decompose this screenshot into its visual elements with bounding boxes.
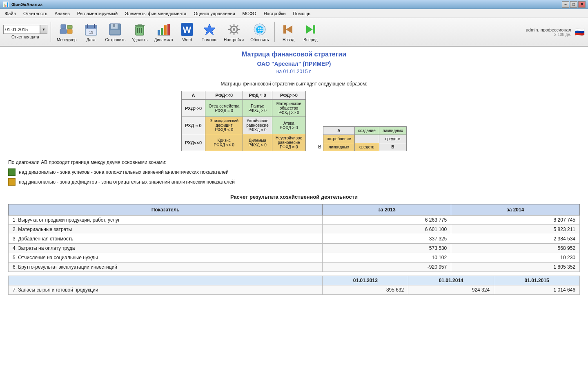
- title-bar: 📊 ФинЭкАнализ – □ ✕: [0, 0, 588, 9]
- table-row: 1. Выручка от продажи продукции, работ, …: [9, 215, 580, 225]
- svg-text:W: W: [183, 25, 192, 35]
- row-7-v1: 895 632: [323, 285, 408, 295]
- date-label: Отчетная дата: [11, 35, 39, 39]
- menu-regulated[interactable]: Регламентируемый: [74, 10, 121, 17]
- help-label: Помощь: [201, 38, 217, 42]
- row-7-v3: 1 014 646: [494, 285, 580, 295]
- matrix-2: А создание ликвидных потребление средств…: [323, 126, 407, 151]
- minimize-button[interactable]: –: [562, 1, 569, 8]
- col-header-2013: за 2013: [323, 204, 451, 215]
- main-content: Матрица финансовой стратегии ОАО "Арсена…: [0, 47, 588, 368]
- row-2-label: 2. Материальные затраты: [9, 225, 323, 234]
- manager-button[interactable]: Менеджер: [54, 21, 79, 43]
- report-title: Матрица финансовой стратегии: [8, 51, 580, 58]
- menu-analysis[interactable]: Анализ: [51, 10, 73, 17]
- date-sub-header-row: 01.01.2013 01.01.2014 01.01.2015: [9, 276, 580, 285]
- forward-button[interactable]: Вперед: [300, 21, 321, 43]
- menu-settings[interactable]: Настройки: [261, 10, 289, 17]
- table-row: 3. Добавленная стоимость -337 325 2 384 …: [9, 234, 580, 244]
- delete-button[interactable]: Удалить: [129, 21, 150, 43]
- table-row: 2. Материальные затраты 6 601 100 5 823 …: [9, 225, 580, 234]
- svg-rect-5: [85, 25, 97, 29]
- legend-green-text: над диагональю - зона успехов - зона пол…: [19, 169, 229, 175]
- menu-reports[interactable]: Отчетность: [20, 10, 51, 17]
- matrix-row-2-header: РХД ≈ 0: [181, 117, 205, 134]
- matrix-cell-2-2: УстойчивоеравновесиеРФХД ≈ 0: [243, 117, 272, 134]
- matrices-row: А РФД<<0 РФД ≈ 0 РФД>>0 РХД>>0 Отец семе…: [8, 91, 580, 151]
- date-sub-1: 01.01.2013: [323, 276, 408, 285]
- row-5-2014: 10 230: [451, 253, 580, 263]
- menu-file[interactable]: Файл: [2, 10, 19, 17]
- app-title: ФинЭкАнализ: [11, 2, 42, 7]
- data-table: Показатель за 2013 за 2014 1. Выручка от…: [8, 204, 580, 272]
- date-icon: 15: [84, 22, 98, 37]
- settings-button[interactable]: Настройки: [221, 21, 246, 43]
- save-button[interactable]: Сохранить: [103, 21, 128, 43]
- matrix-cell-3-2: ДилеммаРФХД < 0: [243, 134, 272, 151]
- refresh-label: Обновить: [250, 38, 269, 42]
- matrix-description: Матрицы финансовой стратегии выглядят сл…: [8, 81, 580, 87]
- flag-icon: 🇷🇺: [575, 27, 585, 37]
- m2-2-2: В: [379, 143, 406, 151]
- menu-help[interactable]: Помощь: [290, 10, 314, 17]
- matrix-header-rfd-zero: РФД ≈ 0: [243, 91, 272, 100]
- date-dropdown-button[interactable]: ▼: [40, 25, 47, 34]
- matrix-cell-1-3: МатеринскоеобществоРФХД >> 0: [272, 100, 305, 117]
- matrix-cell-3-1: КризисРФХД << 0: [205, 134, 243, 151]
- legend-orange-item: под диагональю - зона дефицитов - зона о…: [8, 178, 580, 186]
- legend-orange-text: под диагональю - зона дефицитов - зона о…: [19, 179, 235, 185]
- settings-label: Настройки: [224, 38, 244, 42]
- row-4-label: 4. Затраты на оплату труда: [9, 244, 323, 253]
- col-header-indicator: Показатель: [9, 204, 323, 215]
- save-icon: [108, 22, 122, 37]
- user-info: admin, профессионал 2 108 дн.: [526, 27, 571, 37]
- svg-rect-21: [164, 25, 167, 35]
- word-button[interactable]: W Word: [177, 21, 197, 43]
- matrix-header-rfd-neg: РФД<<0: [205, 91, 243, 100]
- dynamics-button[interactable]: Динамика: [151, 21, 175, 43]
- toolbar-separator-2: [274, 22, 275, 42]
- toolbar: ▼ Отчетная дата Менеджер 15 Дат: [0, 18, 588, 47]
- row-1-label: 1. Выручка от продажи продукции, работ, …: [9, 215, 323, 225]
- back-button[interactable]: Назад: [278, 21, 298, 43]
- menu-ifrs[interactable]: МСФО: [239, 10, 260, 17]
- row-6-label: 6. Брутто-результат эксплуатации инвести…: [9, 263, 323, 272]
- legend-green-color: [8, 168, 16, 176]
- svg-rect-0: [61, 25, 66, 29]
- delete-icon: [132, 22, 147, 37]
- col-header-2014: за 2014: [451, 204, 580, 215]
- data-table-extended: 01.01.2013 01.01.2014 01.01.2015 7. Запа…: [8, 276, 580, 295]
- matrix-header-a: А: [181, 91, 205, 100]
- date-group: ▼ Отчетная дата: [3, 25, 47, 39]
- m2-0-2: ликвидных: [379, 127, 406, 135]
- matrix-2-wrapper: В А создание ликвидных потребление средс…: [318, 91, 407, 151]
- date-input[interactable]: [3, 25, 40, 34]
- row-3-label: 3. Добавленная стоимость: [9, 234, 323, 244]
- table-row: 5. Отчисления на социальные нужды 10 102…: [9, 253, 580, 263]
- svg-rect-19: [158, 30, 160, 35]
- maximize-button[interactable]: □: [570, 1, 577, 8]
- row-5-label: 5. Отчисления на социальные нужды: [9, 253, 323, 263]
- date-label2: Дата: [86, 38, 95, 42]
- menu-bar: Файл Отчетность Анализ Регламентируемый …: [0, 9, 588, 18]
- close-button[interactable]: ✕: [578, 1, 586, 8]
- matrix-1: А РФД<<0 РФД ≈ 0 РФД>>0 РХД>>0 Отец семе…: [181, 91, 306, 151]
- refresh-button[interactable]: 🌐 Обновить: [248, 21, 271, 43]
- menu-evaluation[interactable]: Оценка управления: [190, 10, 238, 17]
- svg-marker-41: [306, 25, 313, 34]
- report-subtitle: ОАО "Арсенал" (ПРИМЕР): [8, 61, 580, 67]
- row-4-2013: 573 530: [323, 244, 451, 253]
- toolbar-right: admin, профессионал 2 108 дн. 🇷🇺: [526, 27, 585, 37]
- svg-rect-2: [67, 25, 72, 29]
- delete-label: Удалить: [132, 38, 147, 42]
- matrix-2-table: А создание ликвидных потребление средств…: [323, 126, 407, 151]
- table-row-7: 7. Запасы сырья и готовой продукции 895 …: [9, 285, 580, 295]
- row-7-label: 7. Запасы сырья и готовой продукции: [9, 285, 323, 295]
- help-button[interactable]: Помощь: [199, 21, 220, 43]
- dynamics-icon: [156, 22, 171, 37]
- date-sub-2: 01.01.2014: [408, 276, 494, 285]
- svg-rect-40: [283, 25, 286, 34]
- date-button[interactable]: 15 Дата: [81, 21, 101, 43]
- matrix-cell-2-1: ЭпизодическийдефицитРФХД < 0: [205, 117, 243, 134]
- menu-elements[interactable]: Элементы фин.менеджмента: [122, 10, 189, 17]
